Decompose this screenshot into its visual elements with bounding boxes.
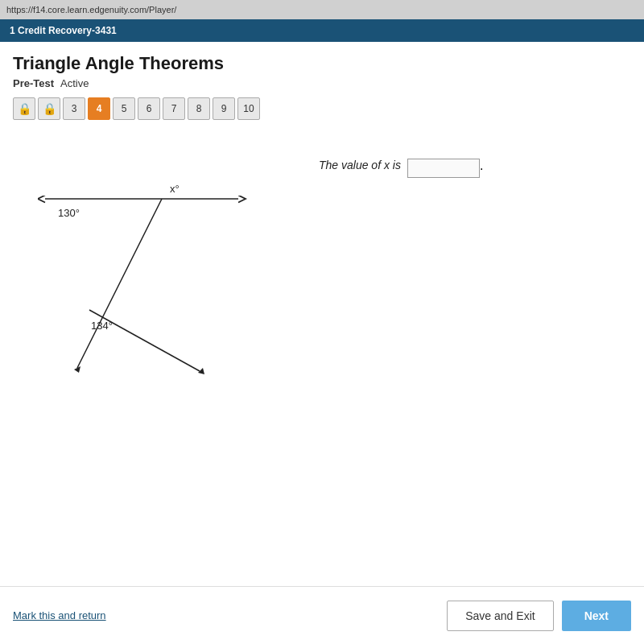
answer-prompt: The value of x is [319,159,401,171]
nav-tab-5[interactable]: 5 [113,97,135,120]
nav-tab-8[interactable]: 8 [188,97,210,120]
angle-130-label: 130° [58,207,80,219]
nav-tab-3[interactable]: 3 [63,97,85,120]
nav-tab-1[interactable]: 🔒 [13,97,35,120]
nav-tab-9[interactable]: 9 [213,97,235,120]
content-area: Triangle Angle Theorems Pre-Test Active … [0,42,644,586]
nav-tab-6[interactable]: 6 [138,97,160,120]
course-title: 1 Credit Recovery-3431 [10,25,117,36]
diagram-area: 130° x° 134° [13,134,303,586]
next-button[interactable]: Next [562,601,631,631]
period: . [480,159,483,173]
nav-tab-4[interactable]: 4 [88,97,110,120]
active-label: Active [60,77,89,89]
browser-bar: https://f14.core.learn.edgenuity.com/Pla… [0,0,644,19]
angle-134-label: 134° [91,320,113,332]
geometry-diagram: 130° x° 134° [13,134,287,392]
pre-test-row: Pre-Test Active [13,77,631,89]
nav-tab-10[interactable]: 10 [237,97,260,120]
answer-input[interactable] [407,159,480,178]
nav-tabs: 🔒 🔒 3 4 5 6 7 8 9 10 [13,97,631,120]
page-wrapper: 1 Credit Recovery-3431 Triangle Angle Th… [0,19,644,644]
nav-tab-2[interactable]: 🔒 [38,97,60,120]
pre-test-label: Pre-Test [13,77,54,89]
lesson-title: Triangle Angle Theorems [13,53,631,74]
top-header: 1 Credit Recovery-3431 [0,19,644,42]
browser-url: https://f14.core.learn.edgenuity.com/Pla… [6,5,176,14]
angle-x-label: x° [170,183,180,195]
footer: Mark this and return Save and Exit Next [0,586,644,644]
mark-return-link[interactable]: Mark this and return [13,609,106,621]
answer-area: The value of x is . [303,134,631,586]
nav-tab-7[interactable]: 7 [163,97,185,120]
save-exit-button[interactable]: Save and Exit [447,601,553,631]
footer-buttons: Save and Exit Next [447,601,631,631]
question-area: 130° x° 134° [13,134,631,586]
